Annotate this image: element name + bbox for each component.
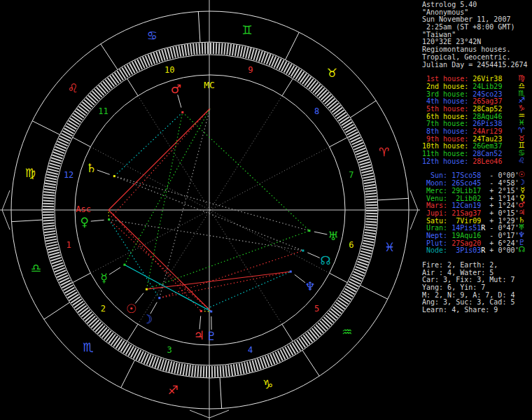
daily-motion-value: - 4°58' [485,179,519,187]
aspect-line-satu-uran [114,176,309,231]
house-label: 5th house: [422,105,468,113]
planet-label: Moon: [422,179,447,187]
house-cusp-value: 24Ari29 [472,127,502,135]
aspect-line-sun-mars [146,112,182,289]
planet-label: Nept: [422,232,447,239]
sign-boundary-spoke [44,302,70,319]
house-label: 7th house: [422,120,468,127]
planet-label: Venu: [422,195,447,202]
sign-boundary-spoke [302,350,319,376]
daily-motion-value: - 0°47' [485,224,519,232]
house-cusp-list: 1st house: 26Vir38♍ 2nd house: 24Lib29♎ … [422,76,531,165]
satu-degree-dot [113,175,115,177]
sign-boundary-spoke [101,44,118,70]
aspect-line-satu-node [114,176,303,251]
planet-position-value: 2Lib02 [451,195,481,202]
node-pointer-line [307,253,319,258]
aspect-line-moon-venu [109,220,160,298]
sign-boundary-spoke [198,11,200,42]
house-number-6: 6 [349,240,354,250]
house-cusp-value: 26Pis38 [472,120,502,127]
satu-pointer-line [97,170,110,174]
house-cusp-value: 24Tau23 [472,135,502,143]
capricorn-icon: ♑ [262,377,273,391]
aquarius-icon: ♒ [342,325,352,339]
daily-motion-value: + 2°15' [485,187,519,195]
planet-position-list: Sun: 17Sco58 - 0°00'☉ Moon: 26Sco45 - 4°… [422,172,531,255]
daily-motion-value: + 1°14' [485,195,519,202]
uran-pointer-line [314,232,328,234]
sign-boundary-spoke [378,198,409,200]
house-cusp-line [90,147,210,210]
chart-statistics: Fire: 2, Earth: 2,Air : 4, Water: 5Car: … [422,262,531,314]
leo-icon: ♌ [68,81,78,95]
aspect-line-mars-satu [114,112,182,176]
gemini-icon: ♊ [241,23,252,37]
house-cusp-spoke [282,78,293,96]
planet-position-value: 21Sag37 [451,209,481,217]
saturn-icon: ♄ [86,161,97,175]
sun-icon: ☉ [126,302,136,316]
house-cusp-spoke [73,273,91,283]
aspect-line-venu-node [109,220,303,251]
aries-icon: ♈ [379,145,389,159]
taurus-icon: ♉ [326,66,337,80]
aspect-line-moon-mc [160,108,210,298]
house-cusp-value: 26Vir38 [472,75,502,83]
daily-motion-value: - 0°17' [485,232,519,239]
aspect-line-sun-uran [146,231,309,290]
nept-pointer-line [295,274,305,283]
venu-degree-dot [108,218,110,220]
uranus-icon: ♅ [328,229,339,243]
house-cusp-spoke [127,78,138,96]
sign-boundary-spoke [220,378,222,409]
planet-position-value: 26Sco45 [451,179,481,187]
planet-label: Satu: [422,217,447,225]
daily-motion-value: + 0°15' [485,209,519,217]
moon-degree-dot [158,297,160,299]
neptune-icon: ♆ [304,279,315,293]
astrolog-window: ☉☽☿♀♂♃♄♅♆♇☊123456789101112♈♉♊♋♌♍♎♏♐♑♒♓MC… [0,0,532,420]
cancer-icon: ♋ [147,29,158,43]
house-cusp-line [210,210,282,324]
house-number-10: 10 [164,65,174,75]
planet-position-value: 27Sag20 [451,239,481,247]
mc-label: MC [204,80,215,90]
sagittarius-icon: ♐ [168,383,178,397]
sun-degree-dot [146,288,148,290]
planet-position-value: 17Sco58 [451,172,481,179]
planet-position-value: 12Can19 [451,202,481,209]
chart-wheel[interactable]: ☉☽☿♀♂♃♄♅♆♇☊123456789101112♈♉♊♋♌♍♎♏♐♑♒♓MC… [0,0,420,420]
aspect-line-jupi-nept [201,272,290,311]
aspect-line-asc-plut [108,210,211,312]
daily-motion-value: + 6°24' [485,239,519,247]
house-number-9: 9 [248,65,253,75]
sign-boundary-spoke [11,220,42,222]
planet-position-value: 19Aqu16 [451,232,481,239]
house-cusp-line [210,147,330,210]
daily-motion-value: + 1°24' [485,202,519,209]
house-cusp-line [138,210,210,324]
jupi-pointer-line [200,316,201,329]
leo-icon: ♌ [518,157,525,164]
jupi-degree-dot [200,310,202,312]
house-cusp-value: 26Gem37 [472,142,502,150]
mars-icon: ♂ [171,82,181,96]
house-number-5: 5 [314,304,319,314]
sign-boundary-spoke [360,286,388,300]
house-cusp-value: 24Lib29 [472,83,502,90]
aspect-line-sun-nept [146,272,290,289]
house-label: 10th house: [422,142,468,150]
planet-position-value: 29Lib17 [451,187,481,195]
sign-boundary-spoke [286,32,300,59]
house-cusp-value: 28Leo46 [472,158,502,165]
house-cusp-value: 26Sag37 [472,97,502,105]
house-number-1: 1 [66,240,71,250]
house-label: 11th house: [422,150,468,158]
daily-motion-value: + 1°29' [485,217,519,225]
jupiter-icon: ♃ [194,328,204,342]
house-label: 9th house: [422,135,468,143]
merc-pointer-line [109,267,120,274]
aspect-line-asc-jupi [108,210,201,311]
sign-boundary-spoke [32,121,59,135]
